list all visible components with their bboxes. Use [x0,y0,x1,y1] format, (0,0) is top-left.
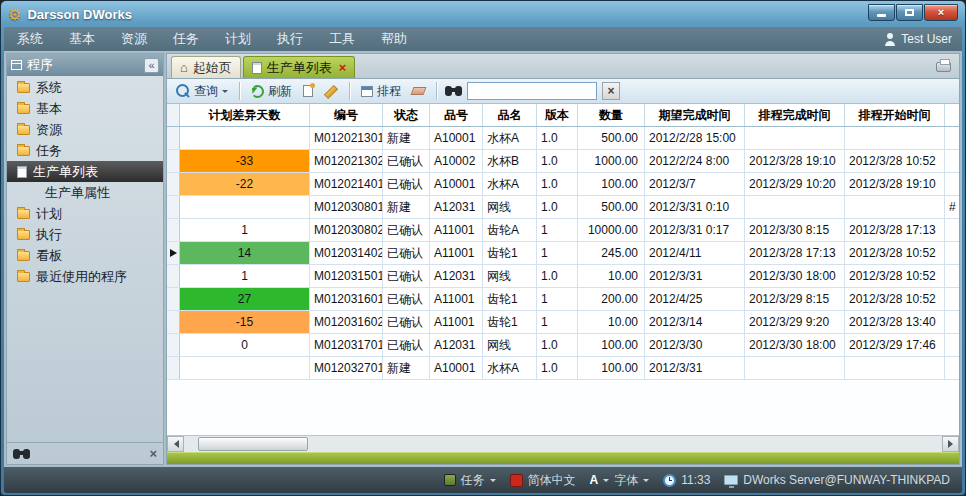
cell-end[interactable]: 2012/3/28 17:13 [745,242,845,264]
cell-pn[interactable]: A12031 [430,334,483,356]
cell-qty[interactable]: 1000.00 [578,150,645,172]
cell-status[interactable]: 新建 [383,127,430,149]
row-selector[interactable] [167,265,180,287]
cell-status[interactable]: 新建 [383,196,430,218]
cell-name[interactable]: 齿轮1 [483,242,537,264]
cell-status[interactable]: 已确认 [383,265,430,287]
cell-diff[interactable] [180,196,310,218]
cell-expect[interactable]: 2012/4/25 [645,288,745,310]
table-row-7[interactable]: 1M012031501已确认A12031网线1.010.002012/3/312… [167,265,959,288]
cell-start[interactable]: 2012/3/29 17:46 [845,334,945,356]
cell-status[interactable]: 已确认 [383,288,430,310]
cell-diff[interactable]: 14 [180,242,310,264]
table-row-5[interactable]: 1M012030802已确认A11001齿轮A110000.002012/3/3… [167,219,959,242]
cell-expect[interactable]: 2012/3/31 0:10 [645,196,745,218]
cell-no[interactable]: M012030802 [310,219,383,241]
column-header-ver[interactable]: 版本 [537,104,578,126]
cell-end[interactable]: 2012/3/29 8:15 [745,288,845,310]
cell-name[interactable]: 网线 [483,334,537,356]
cell-expect[interactable]: 2012/4/11 [645,242,745,264]
sidebar-item[interactable]: 系统 [7,77,163,98]
menu-item-5[interactable]: 计划 [212,27,264,51]
cell-no[interactable]: M012031501 [310,265,383,287]
cell-expect[interactable]: 2012/3/30 [645,334,745,356]
cell-ver[interactable]: 1.0 [537,265,578,287]
statusbar-font[interactable]: A 字体 [590,472,650,489]
schedule-button[interactable]: 排程 [358,81,404,102]
table-row-4[interactable]: M012030801新建A12031网线1.0500.002012/3/31 0… [167,196,959,219]
menu-item-8[interactable]: 帮助 [368,27,420,51]
cell-end[interactable]: 2012/3/30 18:00 [745,334,845,356]
cell-end[interactable]: 2012/3/30 8:15 [745,219,845,241]
cell-pn[interactable]: A11001 [430,311,483,333]
edit-button[interactable] [321,82,341,100]
column-header-end[interactable]: 排程完成时间 [745,104,845,126]
cell-expect[interactable]: 2012/3/31 [645,265,745,287]
sidebar-search[interactable]: × [7,442,163,464]
cell-pn[interactable]: A11001 [430,242,483,264]
row-selector[interactable] [167,357,180,379]
statusbar-language[interactable]: 简体中文 [510,472,576,489]
cell-ver[interactable]: 1.0 [537,150,578,172]
cell-status[interactable]: 已确认 [383,334,430,356]
cell-expect[interactable]: 2012/2/24 8:00 [645,150,745,172]
cell-qty[interactable]: 500.00 [578,196,645,218]
cell-end[interactable] [745,357,845,379]
column-header-qty[interactable]: 数量 [578,104,645,126]
cell-status[interactable]: 已确认 [383,150,430,172]
column-header-expect[interactable]: 期望完成时间 [645,104,745,126]
printer-icon[interactable] [936,62,951,72]
row-selector[interactable] [167,173,180,195]
cell-name[interactable]: 水杯A [483,357,537,379]
cell-pn[interactable]: A10001 [430,173,483,195]
cell-diff[interactable] [180,357,310,379]
row-selector[interactable] [167,334,180,356]
sidebar-item[interactable]: 执行 [7,224,163,245]
query-dropdown-caret-icon[interactable] [222,90,228,96]
cell-extra[interactable] [945,357,959,379]
cell-status[interactable]: 已确认 [383,173,430,195]
statusbar-task[interactable]: 任务 [444,472,496,489]
cell-no[interactable]: M012021302 [310,150,383,172]
cell-ver[interactable]: 1.0 [537,127,578,149]
row-selector[interactable] [167,150,180,172]
cell-name[interactable]: 网线 [483,196,537,218]
cell-status[interactable]: 已确认 [383,311,430,333]
cell-start[interactable]: 2012/3/28 10:52 [845,265,945,287]
cell-status[interactable]: 已确认 [383,242,430,264]
cell-end[interactable]: 2012/3/30 18:00 [745,265,845,287]
cell-qty[interactable]: 10.00 [578,265,645,287]
row-selector[interactable] [167,219,180,241]
cell-expect[interactable]: 2012/3/31 [645,357,745,379]
cell-end[interactable] [745,127,845,149]
cell-diff[interactable]: -22 [180,173,310,195]
eraser-button[interactable] [409,85,428,97]
cell-pn[interactable]: A11001 [430,219,483,241]
tab-close-icon[interactable]: × [339,61,347,74]
cell-no[interactable]: M012030801 [310,196,383,218]
cell-expect[interactable]: 2012/3/31 0:17 [645,219,745,241]
table-row-2[interactable]: -33M012021302已确认A10002水杯B1.01000.002012/… [167,150,959,173]
cell-extra[interactable] [945,219,959,241]
cell-extra[interactable] [945,265,959,287]
table-row-1[interactable]: M012021301新建A10001水杯A1.0500.002012/2/28 … [167,127,959,150]
cell-start[interactable] [845,127,945,149]
cell-ver[interactable]: 1 [537,311,578,333]
table-row-6[interactable]: 14M012031402已确认A11001齿轮11245.002012/4/11… [167,242,959,265]
toolbar-search-input[interactable] [467,82,597,100]
cell-pn[interactable]: A12031 [430,196,483,218]
cell-diff[interactable]: -33 [180,150,310,172]
cell-end[interactable]: 2012/3/29 9:20 [745,311,845,333]
cell-name[interactable]: 齿轮1 [483,288,537,310]
sidebar-item[interactable]: 生产单属性 [7,182,163,203]
column-header-start[interactable]: 排程开始时间 [845,104,945,126]
cell-pn[interactable]: A11001 [430,288,483,310]
sidebar-item[interactable]: 任务 [7,140,163,161]
table-row-11[interactable]: M012032701新建A10001水杯A1.0100.002012/3/31 [167,357,959,380]
cell-ver[interactable]: 1.0 [537,173,578,195]
cell-extra[interactable] [945,150,959,172]
minimize-button[interactable] [868,4,895,21]
table-row-10[interactable]: 0M012031701已确认A12031网线1.0100.002012/3/30… [167,334,959,357]
cell-start[interactable]: 2012/3/28 17:13 [845,219,945,241]
sidebar-item[interactable]: 最近使用的程序 [7,266,163,287]
